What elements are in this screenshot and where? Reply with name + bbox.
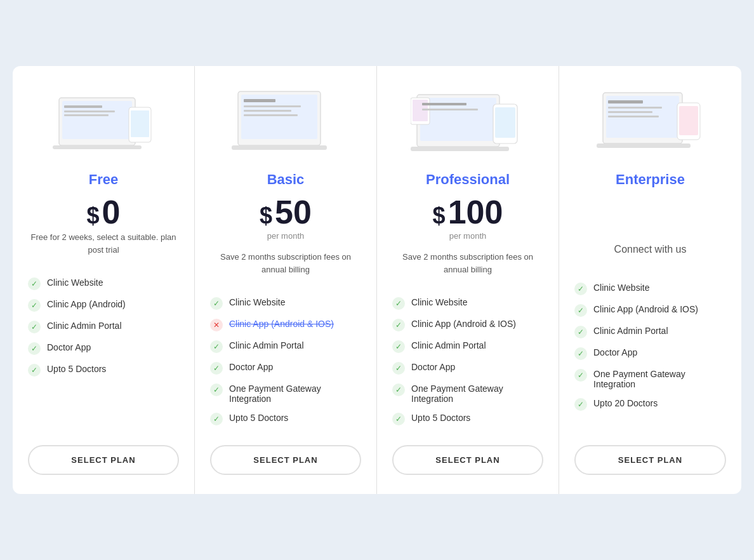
plan-card-free: Free$0Free for 2 weeks, select a suitabl… bbox=[13, 66, 195, 494]
feature-text: Clinic Website bbox=[411, 297, 467, 307]
check-icon: ✓ bbox=[574, 304, 587, 317]
features-list-basic: ✓Clinic Website✕Clinic App (Android & IO… bbox=[210, 293, 361, 430]
svg-rect-7 bbox=[64, 114, 109, 116]
feature-text: Upto 5 Doctors bbox=[229, 413, 288, 423]
plan-description-free: Free for 2 weeks, select a suitable. pla… bbox=[28, 231, 179, 263]
feature-text: Doctor App bbox=[593, 347, 637, 357]
check-icon: ✓ bbox=[210, 383, 223, 396]
plan-card-basic: Basic$50per monthSave 2 months subscript… bbox=[195, 66, 377, 494]
device-image-basic bbox=[228, 79, 343, 161]
plan-name-basic: Basic bbox=[267, 171, 305, 188]
check-icon: ✓ bbox=[392, 297, 405, 310]
feature-text: Clinic Admin Portal bbox=[47, 321, 122, 331]
per-month-basic: per month bbox=[267, 231, 305, 241]
svg-rect-17 bbox=[411, 147, 509, 151]
list-item: ✓Doctor App bbox=[28, 338, 179, 359]
svg-rect-6 bbox=[64, 110, 115, 112]
check-icon: ✓ bbox=[392, 383, 405, 396]
list-item: ✓One Payment Gateway Integration bbox=[392, 379, 543, 408]
check-icon: ✓ bbox=[210, 362, 223, 375]
list-item: ✓Clinic Admin Portal bbox=[210, 336, 361, 357]
feature-text: Clinic Website bbox=[229, 297, 285, 307]
feature-text: Upto 5 Doctors bbox=[411, 413, 470, 423]
svg-rect-4 bbox=[131, 110, 149, 137]
list-item: ✕Clinic App (Android & IOS) bbox=[210, 314, 361, 336]
list-item: ✓One Payment Gateway Integration bbox=[574, 364, 726, 394]
feature-text: One Payment Gateway Integration bbox=[593, 369, 726, 389]
check-icon: ✓ bbox=[28, 364, 41, 377]
check-icon: ✓ bbox=[574, 283, 587, 295]
feature-text: Upto 5 Doctors bbox=[47, 364, 106, 374]
list-item: ✓Doctor App bbox=[574, 343, 726, 364]
plan-name-free: Free bbox=[89, 171, 118, 188]
svg-rect-23 bbox=[422, 109, 478, 110]
feature-text: Clinic Admin Portal bbox=[229, 340, 304, 350]
feature-text: Clinic App (Android & IOS) bbox=[229, 319, 334, 329]
svg-rect-14 bbox=[244, 114, 298, 116]
feature-text: One Payment Gateway Integration bbox=[229, 383, 361, 404]
list-item: ✓Upto 5 Doctors bbox=[210, 408, 361, 430]
feature-text: Clinic App (Android) bbox=[47, 299, 126, 309]
check-icon: ✓ bbox=[574, 347, 587, 360]
plan-name-enterprise: Enterprise bbox=[616, 171, 685, 188]
select-plan-button-basic[interactable]: SELECT PLAN bbox=[210, 445, 361, 475]
check-icon: ✓ bbox=[210, 413, 223, 425]
feature-text: Doctor App bbox=[229, 362, 273, 372]
dollar-sign: $ bbox=[433, 203, 446, 229]
feature-text: Doctor App bbox=[47, 342, 91, 352]
check-icon: ✓ bbox=[574, 398, 587, 411]
plan-card-professional: Professional$100per monthSave 2 months s… bbox=[377, 66, 559, 494]
list-item: ✓Clinic App (Android & IOS) bbox=[574, 300, 726, 321]
plan-price-professional: $100 bbox=[433, 196, 503, 229]
list-item: ✓Upto 5 Doctors bbox=[392, 408, 543, 430]
feature-text: Clinic Admin Portal bbox=[593, 326, 668, 336]
plan-price-basic: $50 bbox=[260, 196, 312, 229]
list-item: ✓One Payment Gateway Integration bbox=[210, 379, 361, 408]
plan-price-free: $0 bbox=[87, 196, 121, 229]
check-icon: ✓ bbox=[392, 340, 405, 353]
dollar-sign: $ bbox=[87, 203, 100, 229]
svg-rect-10 bbox=[232, 145, 327, 150]
svg-rect-30 bbox=[608, 107, 662, 109]
svg-rect-13 bbox=[244, 110, 291, 112]
feature-text: Clinic App (Android & IOS) bbox=[411, 319, 516, 329]
check-icon: ✓ bbox=[28, 342, 41, 355]
feature-text: Clinic Website bbox=[593, 283, 649, 293]
svg-rect-32 bbox=[608, 116, 659, 117]
check-icon: ✓ bbox=[28, 277, 41, 290]
list-item: ✓Upto 5 Doctors bbox=[28, 359, 179, 381]
check-icon: ✓ bbox=[392, 362, 405, 375]
feature-text: Clinic Website bbox=[47, 277, 103, 288]
plan-name-professional: Professional bbox=[426, 171, 510, 188]
device-image-professional bbox=[411, 79, 525, 161]
per-month-professional: per month bbox=[449, 231, 487, 241]
feature-text: One Payment Gateway Integration bbox=[411, 383, 543, 404]
check-icon: ✓ bbox=[392, 319, 405, 331]
svg-rect-19 bbox=[495, 107, 515, 138]
svg-rect-11 bbox=[244, 99, 275, 102]
feature-text: Clinic App (Android & IOS) bbox=[593, 304, 698, 314]
svg-rect-12 bbox=[244, 105, 301, 107]
check-icon: ✓ bbox=[28, 299, 41, 312]
svg-rect-29 bbox=[608, 100, 643, 103]
svg-rect-2 bbox=[53, 145, 142, 149]
list-item: ✓Clinic Website bbox=[574, 278, 726, 300]
select-plan-button-free[interactable]: SELECT PLAN bbox=[28, 445, 179, 475]
list-item: ✓Clinic Website bbox=[210, 293, 361, 314]
list-item: ✓Clinic Admin Portal bbox=[392, 336, 543, 357]
feature-text: Upto 20 Doctors bbox=[593, 398, 658, 408]
check-icon: ✓ bbox=[574, 326, 587, 338]
connect-with-us-text: Connect with us bbox=[614, 234, 687, 265]
check-icon: ✓ bbox=[210, 297, 223, 310]
select-plan-button-enterprise[interactable]: SELECT PLAN bbox=[574, 445, 726, 475]
cross-icon: ✕ bbox=[210, 319, 223, 331]
feature-text: Clinic Admin Portal bbox=[411, 340, 486, 350]
list-item: ✓Upto 20 Doctors bbox=[574, 394, 726, 415]
list-item: ✓Doctor App bbox=[210, 357, 361, 379]
list-item: ✓Doctor App bbox=[392, 357, 543, 379]
feature-text: Doctor App bbox=[411, 362, 455, 372]
check-icon: ✓ bbox=[28, 321, 41, 333]
list-item: ✓Clinic Admin Portal bbox=[28, 316, 179, 338]
svg-rect-5 bbox=[64, 105, 102, 108]
select-plan-button-professional[interactable]: SELECT PLAN bbox=[392, 445, 543, 475]
